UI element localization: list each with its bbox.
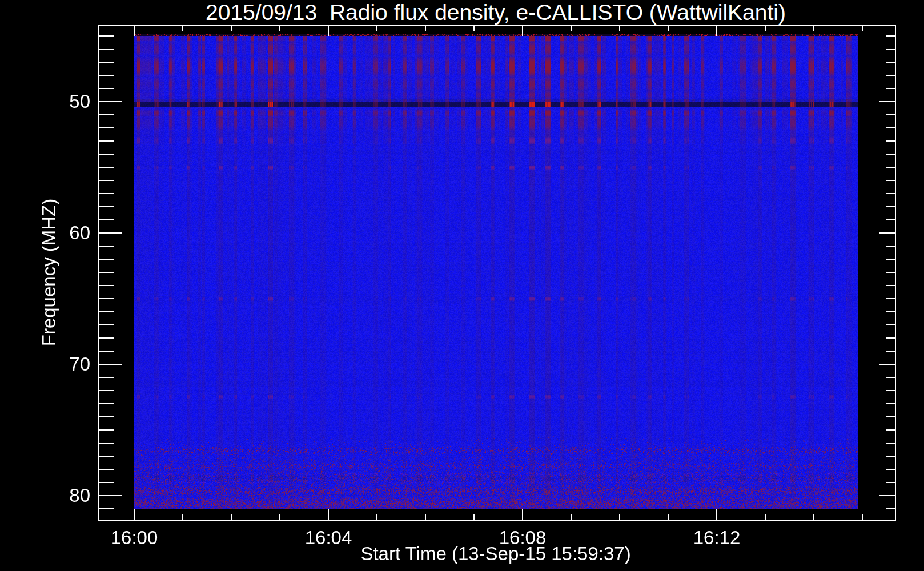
y-minor-tick [99,416,114,417]
y-tick-label: 80 [49,485,90,506]
y-minor-tick [886,62,895,63]
y-minor-tick [886,416,895,417]
y-minor-tick [886,272,895,273]
x-minor-tick [473,26,475,31]
x-minor-tick [571,514,572,520]
x-major-tick [134,26,135,36]
y-minor-tick [99,272,114,273]
y-minor-tick [99,377,114,378]
axis-ticks-layer [0,0,924,571]
y-minor-tick [99,469,114,470]
y-minor-tick [99,127,114,128]
y-minor-tick [886,154,895,155]
x-major-tick [328,509,329,520]
y-minor-tick [99,298,114,299]
x-tick-label: 16:00 [89,528,180,548]
x-minor-tick [619,514,620,520]
x-minor-tick [862,514,863,520]
y-minor-tick [886,206,895,207]
x-major-tick [522,26,523,36]
x-minor-tick [425,514,426,520]
y-minor-tick [886,114,895,115]
y-minor-tick [886,167,895,168]
y-axis-title: Frequency (MHZ) [38,199,60,347]
x-minor-tick [376,26,377,31]
y-tick-label: 50 [49,91,90,112]
y-major-tick [879,101,895,102]
y-major-tick [99,495,122,496]
y-minor-tick [886,337,895,339]
y-major-tick [99,101,122,102]
y-minor-tick [99,403,114,404]
x-minor-tick [765,26,766,31]
y-minor-tick [99,456,114,457]
y-minor-tick [99,351,114,352]
y-minor-tick [99,259,114,260]
x-axis-title: Start Time (13-Sep-15 15:59:37) [360,543,630,565]
y-minor-tick [99,482,114,483]
y-minor-tick [886,311,895,312]
y-minor-tick [886,456,895,457]
y-major-tick [879,495,895,496]
y-minor-tick [886,88,895,89]
y-minor-tick [99,206,114,207]
x-minor-tick [571,26,572,31]
y-minor-tick [886,285,895,286]
y-minor-tick [886,298,895,299]
y-minor-tick [886,246,895,247]
y-minor-tick [886,351,895,352]
x-minor-tick [279,514,280,520]
y-tick-label: 70 [49,354,90,375]
x-minor-tick [231,514,232,520]
y-minor-tick [99,311,114,312]
y-minor-tick [99,114,114,115]
y-minor-tick [886,390,895,391]
y-minor-tick [99,337,114,339]
x-minor-tick [231,26,232,31]
x-major-tick [328,26,329,36]
x-minor-tick [765,514,766,520]
y-minor-tick [99,443,114,444]
y-minor-tick [99,219,114,220]
x-minor-tick [425,26,426,31]
x-minor-tick [668,514,669,520]
y-minor-tick [99,429,114,431]
y-minor-tick [99,167,114,168]
y-minor-tick [886,443,895,444]
y-major-tick [879,232,895,234]
y-minor-tick [99,62,114,63]
x-minor-tick [376,514,377,520]
y-minor-tick [99,140,114,142]
y-minor-tick [886,429,895,431]
x-major-tick [716,509,717,520]
y-minor-tick [99,75,114,76]
y-minor-tick [99,154,114,155]
y-minor-tick [99,508,114,509]
x-major-tick [716,26,717,36]
x-minor-tick [619,26,620,31]
y-minor-tick [886,219,895,220]
y-minor-tick [886,49,895,50]
x-minor-tick [473,514,475,520]
y-minor-tick [99,49,114,50]
y-minor-tick [99,180,114,181]
y-minor-tick [886,508,895,509]
x-minor-tick [182,514,183,520]
y-minor-tick [99,88,114,89]
y-minor-tick [886,127,895,128]
y-minor-tick [99,35,114,37]
y-minor-tick [99,390,114,391]
x-tick-label: 16:12 [671,528,762,548]
y-minor-tick [886,75,895,76]
y-minor-tick [886,193,895,194]
x-minor-tick [279,26,280,31]
radio-spectrogram-plot: 2015/09/13 Radio flux density, e-CALLIST… [0,0,924,571]
y-minor-tick [99,324,114,325]
x-minor-tick [862,26,863,31]
y-minor-tick [886,377,895,378]
y-major-tick [879,364,895,365]
x-minor-tick [668,26,669,31]
y-major-tick [99,364,122,365]
x-minor-tick [182,26,183,31]
y-minor-tick [99,246,114,247]
